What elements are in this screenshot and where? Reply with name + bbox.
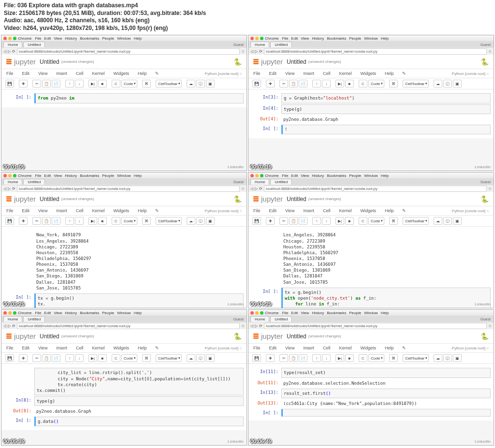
- jmenu-kernel[interactable]: Kernel: [92, 346, 104, 350]
- notebook-title[interactable]: Untitled: [40, 58, 59, 65]
- back-icon[interactable]: ◁: [3, 324, 6, 328]
- mac-menu-item[interactable]: People: [349, 36, 361, 41]
- jmenu-file[interactable]: File: [253, 71, 261, 76]
- tb-btn-1[interactable]: ✚: [19, 80, 28, 87]
- back-icon[interactable]: ◁: [3, 187, 6, 191]
- fwd-icon[interactable]: ▷: [255, 49, 258, 54]
- tb-btn-5[interactable]: ↑: [312, 80, 321, 87]
- jmenu-help[interactable]: Help: [138, 346, 147, 350]
- jmenu-file[interactable]: File: [6, 346, 14, 350]
- tb-btn-0[interactable]: 💾: [5, 217, 14, 225]
- edit-icon[interactable]: ✎: [155, 71, 159, 76]
- tb-btn-5[interactable]: ↑: [312, 217, 321, 225]
- reload-icon[interactable]: ⟳: [259, 324, 262, 328]
- edit-icon[interactable]: ✎: [155, 208, 159, 213]
- tb-right-2[interactable]: ▣: [453, 217, 462, 225]
- jmenu-file[interactable]: File: [253, 208, 261, 213]
- jmenu-kernel[interactable]: Kernel: [339, 346, 351, 350]
- star-icon[interactable]: ☆: [488, 187, 492, 191]
- tb-right-1[interactable]: ⓘ: [196, 80, 205, 87]
- jmenu-view[interactable]: View: [285, 346, 294, 350]
- jmenu-file[interactable]: File: [6, 208, 14, 213]
- jmenu-widgets[interactable]: Widgets: [113, 71, 129, 76]
- mac-menu-item[interactable]: View: [54, 36, 62, 41]
- tb-btn-7[interactable]: ▶|: [335, 354, 344, 362]
- tb-btn-1[interactable]: ✚: [19, 354, 28, 362]
- mac-menu-item[interactable]: Help: [381, 173, 389, 178]
- tb-btn-1[interactable]: ✚: [266, 217, 275, 225]
- traffic-light[interactable]: [250, 311, 254, 315]
- mac-menu-item[interactable]: Window: [117, 311, 131, 315]
- cell-content[interactable]: g.data(): [34, 417, 244, 426]
- reload-icon[interactable]: ⟳: [12, 187, 15, 191]
- mac-menu-item[interactable]: File: [282, 311, 288, 315]
- mac-menu-item[interactable]: Edit: [44, 311, 51, 315]
- cell-content[interactable]: tx = g.begin() with open('node_city.txt'…: [281, 288, 491, 309]
- tb-btn-0[interactable]: 💾: [252, 80, 261, 87]
- jmenu-kernel[interactable]: Kernel: [92, 208, 104, 213]
- tb-btn-2[interactable]: ✂: [279, 217, 288, 225]
- reload-icon[interactable]: ⟳: [259, 49, 262, 54]
- jmenu-insert[interactable]: Insert: [303, 208, 314, 213]
- traffic-light[interactable]: [260, 311, 263, 315]
- tb-btn-4[interactable]: 📄: [52, 354, 60, 362]
- star-icon[interactable]: ☆: [488, 49, 492, 54]
- traffic-light[interactable]: [8, 174, 12, 177]
- tb-right-0[interactable]: ☁: [187, 217, 195, 225]
- mac-menu-item[interactable]: Window: [364, 311, 378, 315]
- tb-btn-4[interactable]: 📄: [52, 217, 60, 225]
- tb-btn-9[interactable]: C: [359, 354, 367, 362]
- tb-btn-3[interactable]: 📋: [42, 354, 51, 362]
- back-icon[interactable]: ◁: [3, 49, 6, 54]
- celltoolbar-select[interactable]: CellToolbar: [403, 217, 429, 225]
- star-icon[interactable]: ☆: [241, 324, 245, 328]
- tb-btn-4[interactable]: 📄: [52, 80, 60, 87]
- jmenu-help[interactable]: Help: [138, 71, 147, 76]
- jmenu-edit[interactable]: Edit: [22, 71, 30, 76]
- back-icon[interactable]: ◁: [250, 187, 253, 191]
- tb-btn-8[interactable]: ■: [345, 80, 354, 87]
- mac-menu-item[interactable]: View: [54, 173, 62, 178]
- tb-btn-7[interactable]: ▶|: [88, 354, 97, 362]
- tb-btn-3[interactable]: 📋: [42, 217, 51, 225]
- jmenu-view[interactable]: View: [38, 71, 47, 76]
- star-icon[interactable]: ☆: [488, 324, 492, 328]
- celltoolbar-select[interactable]: CellToolbar: [156, 354, 182, 362]
- tb-btn-8[interactable]: ■: [98, 80, 107, 87]
- mac-menu-item[interactable]: File: [35, 36, 41, 41]
- traffic-light[interactable]: [3, 37, 7, 40]
- jmenu-help[interactable]: Help: [138, 208, 147, 213]
- jmenu-edit[interactable]: Edit: [22, 208, 30, 213]
- traffic-light[interactable]: [255, 37, 259, 40]
- tab-untitled[interactable]: Untitled: [23, 316, 45, 322]
- mac-menu-item[interactable]: Bookmarks: [80, 311, 99, 315]
- traffic-light[interactable]: [250, 37, 254, 40]
- mac-menu-item[interactable]: Window: [117, 36, 131, 41]
- tb-right-0[interactable]: ☁: [187, 80, 195, 87]
- traffic-light[interactable]: [13, 174, 16, 177]
- tb-btn-7[interactable]: ▶|: [88, 217, 97, 225]
- tb-btn-9[interactable]: C: [112, 354, 120, 362]
- fwd-icon[interactable]: ▷: [8, 49, 11, 54]
- tb-btn-9[interactable]: C: [112, 217, 120, 225]
- code-type-select[interactable]: Code: [121, 217, 137, 225]
- jmenu-help[interactable]: Help: [385, 208, 394, 213]
- mac-menu-item[interactable]: Bookmarks: [80, 173, 99, 178]
- jmenu-insert[interactable]: Insert: [303, 346, 314, 350]
- url-input[interactable]: [264, 48, 487, 55]
- tb-btn-4[interactable]: 📄: [299, 80, 307, 87]
- tab-home[interactable]: Home: [250, 316, 269, 322]
- fwd-icon[interactable]: ▷: [8, 324, 11, 328]
- tb-cmd[interactable]: ⌘: [389, 80, 398, 87]
- tb-btn-0[interactable]: 💾: [5, 354, 14, 362]
- mac-menu-item[interactable]: Bookmarks: [327, 36, 346, 41]
- fwd-icon[interactable]: ▷: [8, 187, 11, 191]
- jmenu-cell[interactable]: Cell: [323, 346, 331, 350]
- tb-right-1[interactable]: ⓘ: [443, 354, 452, 362]
- tb-btn-0[interactable]: 💾: [252, 354, 261, 362]
- celltoolbar-select[interactable]: CellToolbar: [156, 80, 182, 87]
- mac-menu-item[interactable]: Bookmarks: [327, 173, 346, 178]
- tab-home[interactable]: Home: [250, 42, 269, 47]
- tb-btn-8[interactable]: ■: [345, 217, 354, 225]
- mac-menu-item[interactable]: Window: [364, 36, 378, 41]
